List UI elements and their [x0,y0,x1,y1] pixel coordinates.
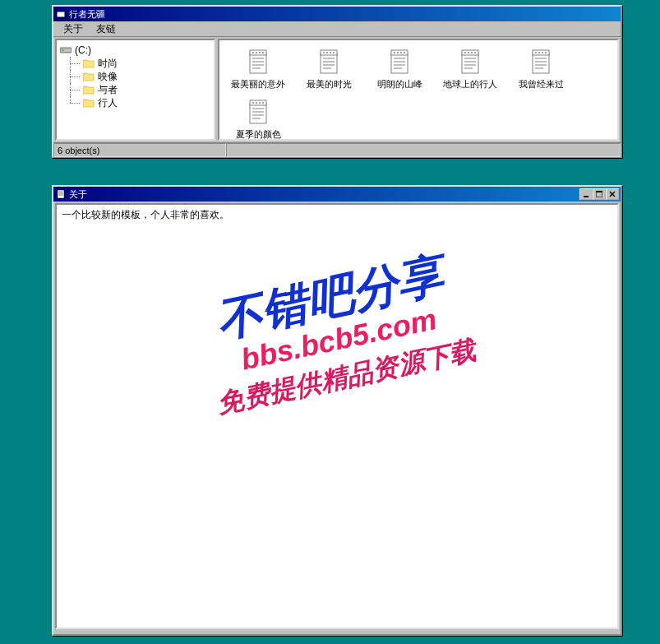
content-area: 一个比较新的模板，个人非常的喜欢。 不错吧分享 bbs.bcb5.com 免费提… [55,203,619,629]
text-file-icon [457,49,483,75]
text-file-icon [245,49,271,75]
file-label: 夏季的颜色 [236,128,281,141]
titlebar[interactable]: 关于 [53,187,621,202]
file-label: 最美的时光 [307,78,352,90]
svg-point-16 [323,52,325,53]
svg-point-17 [326,52,328,53]
file-item[interactable]: 我曾经来过 [505,47,576,92]
svg-point-6 [252,52,254,53]
file-label: 最美丽的意外 [231,78,285,90]
svg-rect-34 [462,53,478,73]
tree-folder-label: 与者 [98,83,118,97]
svg-point-37 [468,52,469,53]
svg-rect-54 [250,104,266,123]
svg-point-39 [474,52,476,53]
file-label: 明朗的山峰 [377,78,422,90]
tree-root-label: (C:) [75,44,91,56]
tree-folder-label: 时尚 [98,57,118,71]
text-file-icon [245,99,271,125]
tree-panel[interactable]: (C:) 时尚映像与者行人 [55,39,215,141]
file-item[interactable]: 最美的时光 [293,47,364,92]
svg-rect-64 [58,190,64,198]
menu-about[interactable]: 关于 [57,21,90,38]
description-text: 一个比较新的模板，个人非常的喜欢。 [62,208,229,222]
svg-point-26 [394,52,395,53]
text-file-icon [316,49,342,75]
tree-folder-label: 行人 [98,96,118,110]
file-item[interactable]: 明朗的山峰 [364,47,435,92]
text-file-icon [386,49,413,75]
folder-icon [83,72,95,81]
svg-point-8 [259,52,261,53]
svg-point-29 [404,52,405,53]
doc-icon [55,188,67,200]
svg-point-27 [397,52,399,53]
svg-rect-70 [596,191,602,192]
statusbar: 6 object(s) [53,142,621,157]
svg-rect-44 [533,53,549,73]
svg-rect-68 [584,196,588,197]
watermark: 不错吧分享 bbs.bcb5.com 免费提供精品资源下载 [195,241,479,423]
file-list-panel[interactable]: 最美丽的意外最美的时光明朗的山峰地球上的行人我曾经来过夏季的颜色 [218,39,619,141]
file-label: 地球上的行人 [443,78,497,90]
svg-point-47 [538,52,540,53]
tree-root-node[interactable]: (C:) [60,44,210,57]
menu-links[interactable]: 友链 [90,21,122,38]
drive-icon [60,45,72,55]
folder-icon [83,98,95,108]
svg-point-46 [535,52,537,53]
tree-folder-node[interactable]: 与者 [65,83,210,96]
svg-point-56 [252,102,254,104]
file-item[interactable]: 最美丽的意外 [223,47,293,92]
svg-rect-14 [321,53,337,73]
minimize-button[interactable] [579,188,593,200]
svg-point-48 [542,52,543,53]
svg-point-59 [262,102,264,104]
svg-rect-24 [391,53,408,73]
status-empty [226,143,621,157]
folder-icon [83,58,95,68]
svg-point-7 [256,52,257,53]
svg-point-19 [333,52,335,53]
file-item[interactable]: 地球上的行人 [435,47,505,92]
tree-folder-node[interactable]: 时尚 [65,57,210,70]
titlebar[interactable]: 行者无疆 [53,7,621,21]
tree-folder-node[interactable]: 映像 [65,70,210,83]
svg-point-58 [259,102,261,104]
svg-rect-0 [57,12,65,17]
svg-point-9 [262,52,264,53]
svg-point-49 [545,52,547,53]
file-label: 我曾经来过 [519,78,564,90]
menubar: 关于 友链 [53,21,621,37]
tree-folder-label: 映像 [98,70,118,84]
svg-point-57 [256,102,257,104]
close-button[interactable] [606,188,619,200]
window-title: 行者无疆 [69,8,619,21]
folder-icon [83,85,95,95]
file-browser-window: 行者无疆 关于 友链 (C:) 时尚映像与者行人 最美丽的意外最美的时光明朗的山… [52,5,622,158]
svg-rect-1 [57,10,65,12]
window-title: 关于 [69,188,579,201]
about-window: 关于 一个比较新的模板，个人非常的喜欢。 不错吧分享 bbs.bcb5.com … [52,185,622,636]
text-file-icon [528,49,554,75]
status-count: 6 object(s) [53,143,226,157]
tree-folder-node[interactable]: 行人 [65,96,210,109]
svg-rect-4 [250,53,266,73]
svg-point-36 [464,52,466,53]
svg-rect-3 [62,49,64,51]
file-item[interactable]: 夏季的颜色 [223,97,293,141]
svg-point-38 [471,52,473,53]
svg-point-28 [400,52,402,53]
app-icon [55,8,67,20]
svg-point-18 [330,52,331,53]
maximize-button[interactable] [593,188,606,200]
